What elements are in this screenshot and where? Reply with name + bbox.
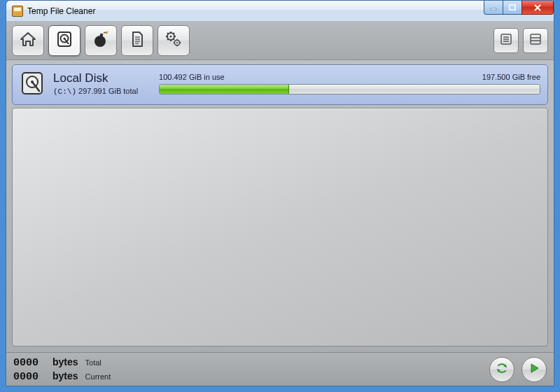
toolbar	[6, 21, 554, 60]
app-icon	[12, 6, 23, 17]
refresh-icon	[495, 361, 509, 378]
svg-line-14	[167, 33, 169, 34]
bomb-icon	[91, 29, 111, 52]
play-icon	[528, 362, 540, 377]
disk-used-label: 100.492 GiB in use	[159, 73, 225, 81]
disk-free-label: 197.500 GiB free	[482, 73, 540, 81]
status-bar: 0000 bytes Total 0000 bytes Current	[6, 352, 554, 386]
panel-icon	[528, 32, 542, 49]
titlebar[interactable]: Temp File Cleaner	[6, 0, 554, 21]
svg-rect-1	[510, 5, 515, 10]
play-button[interactable]	[522, 357, 547, 382]
disk-icon	[55, 29, 74, 52]
current-bytes-value: 0000	[13, 371, 46, 383]
svg-line-15	[174, 38, 175, 40]
svg-line-16	[167, 38, 169, 40]
svg-point-9	[170, 35, 172, 37]
disk-usage-fill	[160, 85, 289, 94]
minimize-button[interactable]	[484, 1, 503, 15]
window-title: Temp File Cleaner	[27, 6, 95, 16]
svg-line-17	[174, 33, 175, 34]
svg-point-5	[94, 36, 106, 47]
drive-icon	[18, 69, 46, 97]
settings-button[interactable]	[158, 25, 190, 56]
disk-row[interactable]: Local Disk (C:\) 297.991 GiB total 100.4…	[12, 64, 548, 105]
disk-subtitle: (C:\) 297.991 GiB total	[53, 87, 138, 96]
gears-icon	[164, 29, 183, 52]
report-button[interactable]	[121, 25, 153, 56]
svg-rect-28	[531, 34, 540, 44]
current-bytes-unit: bytes	[52, 370, 78, 382]
counters: 0000 bytes Total 0000 bytes Current	[13, 356, 111, 383]
svg-rect-0	[491, 8, 496, 10]
total-bytes-label: Total	[85, 358, 102, 367]
bomb-button[interactable]	[85, 25, 117, 56]
view-panel-button[interactable]	[523, 28, 548, 53]
disk-usage: 100.492 GiB in use 197.500 GiB free	[145, 73, 540, 94]
view-list-button[interactable]	[493, 28, 519, 53]
disk-button[interactable]	[48, 25, 80, 56]
results-area	[12, 108, 548, 346]
home-icon	[18, 29, 38, 52]
home-button[interactable]	[12, 25, 44, 56]
disk-name: Local Disk	[53, 71, 138, 85]
total-bytes-value: 0000	[13, 357, 46, 369]
disk-total: 297.991 GiB total	[78, 87, 138, 95]
document-icon	[127, 29, 147, 52]
total-bytes-unit: bytes	[52, 356, 78, 368]
refresh-button[interactable]	[489, 357, 514, 382]
disk-usage-bar	[159, 84, 540, 94]
svg-point-19	[176, 41, 178, 43]
maximize-button[interactable]	[503, 1, 522, 15]
list-icon	[499, 32, 513, 49]
close-button[interactable]	[522, 1, 554, 15]
window-controls	[484, 1, 554, 15]
disk-drive-letter: (C:\)	[53, 88, 76, 96]
client-area: Local Disk (C:\) 297.991 GiB total 100.4…	[6, 21, 554, 386]
disk-info: Local Disk (C:\) 297.991 GiB total	[53, 71, 138, 96]
current-bytes-label: Current	[85, 372, 111, 381]
